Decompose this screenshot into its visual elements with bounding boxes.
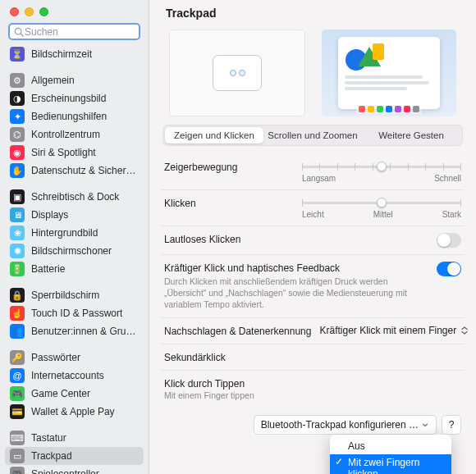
row-tracking-speed: Zeigerbewegung LangsamSchnell: [161, 154, 465, 189]
sidebar-item-icon: 👥: [10, 324, 25, 339]
sidebar-item-icon: ◉: [10, 145, 25, 160]
sidebar-item-icon: 💳: [10, 404, 25, 419]
secondary-click-popover: AusMit zwei Fingern klickenRechts unten …: [330, 435, 451, 474]
sidebar-item[interactable]: ✋Datenschutz & Sicherheit: [5, 162, 144, 180]
tab-button[interactable]: Scrollen und Zoomen: [263, 127, 362, 144]
chevron-down-icon: [421, 421, 429, 429]
click-strength-slider[interactable]: [302, 197, 461, 208]
tab-button[interactable]: Zeigen und Klicken: [165, 127, 263, 144]
sidebar-item-label: Erscheinungsbild: [31, 93, 106, 104]
minimize-button[interactable]: [25, 7, 34, 16]
sidebar-item-label: Siri & Spotlight: [31, 147, 96, 158]
fullscreen-button[interactable]: [39, 7, 48, 16]
force-click-toggle[interactable]: [437, 262, 461, 276]
row-tap-to-click: Klick durch Tippen Mit einem Finger tipp…: [161, 370, 465, 407]
tracking-speed-label: Zeigerbewegung: [164, 161, 302, 173]
sidebar-item-label: Spielecontroller: [31, 468, 99, 474]
row-silent-click: Lautloses Klicken: [161, 226, 465, 254]
sidebar-item[interactable]: 🎮Spielecontroller: [5, 465, 144, 474]
sidebar-item[interactable]: ▭Trackpad: [5, 447, 144, 465]
sidebar-item-icon: ▣: [10, 189, 25, 204]
lookup-label: Nachschlagen & Datenerkennung: [164, 325, 319, 337]
sidebar-item-icon: ⌨: [10, 431, 25, 445]
sidebar-item-icon: ☝: [10, 306, 25, 321]
sidebar-item-icon: ⌬: [10, 127, 25, 142]
preview-row: [161, 25, 465, 125]
sidebar-item[interactable]: ⚙Allgemein: [5, 71, 144, 89]
secondary-click-option[interactable]: Aus: [330, 438, 451, 454]
sidebar-item-icon: 🎮: [10, 386, 25, 401]
sidebar-item[interactable]: 🔋Batterie: [5, 260, 144, 278]
sidebar-item-label: Internetaccounts: [31, 370, 104, 381]
sidebar-item-label: Trackpad: [31, 450, 72, 462]
row-secondary-click: Sekundärklick: [161, 344, 465, 370]
search-input[interactable]: [25, 26, 148, 38]
sidebar-item[interactable]: ⌨Tastatur: [5, 429, 144, 447]
sidebar: ⏳Bildschirmzeit⚙Allgemein◑Erscheinungsbi…: [0, 0, 149, 474]
row-lookup: Nachschlagen & Datenerkennung Kräftiger …: [161, 317, 465, 344]
svg-line-1: [21, 34, 23, 36]
silent-click-toggle[interactable]: [437, 233, 461, 248]
sidebar-item[interactable]: ▣Schreibtisch & Dock: [5, 188, 144, 206]
sidebar-item[interactable]: ⌬Kontrollzentrum: [5, 125, 144, 144]
sidebar-item-label: Touch ID & Passwort: [31, 308, 122, 319]
secondary-click-label: Sekundärklick: [164, 351, 302, 363]
sidebar-item[interactable]: ◉Siri & Spotlight: [5, 144, 144, 162]
sidebar-item[interactable]: 🔑Passwörter: [5, 349, 144, 367]
close-button[interactable]: [10, 7, 19, 16]
sidebar-item-icon: 🖥: [10, 207, 25, 222]
help-button[interactable]: ?: [442, 415, 461, 435]
svg-rect-4: [373, 43, 384, 60]
search-field[interactable]: [8, 23, 140, 40]
tap-to-click-label: Klick durch Tippen: [164, 378, 302, 390]
sidebar-list: ⏳Bildschirmzeit⚙Allgemein◑Erscheinungsbi…: [0, 45, 149, 474]
sidebar-item-icon: ❀: [10, 226, 25, 240]
main-pane: Trackpad: [149, 0, 476, 474]
sidebar-item[interactable]: ⏳Bildschirmzeit: [5, 45, 144, 63]
sidebar-item-label: Bedienungshilfen: [31, 111, 107, 122]
sidebar-item-label: Allgemein: [31, 75, 75, 86]
sidebar-item[interactable]: @Internetaccounts: [5, 367, 144, 385]
sidebar-item-label: Datenschutz & Sicherheit: [31, 165, 139, 176]
secondary-click-option[interactable]: Mit zwei Fingern klicken: [330, 454, 451, 474]
sidebar-item-label: Benutzer:innen & Gruppen: [31, 326, 139, 337]
sidebar-item-label: Wallet & Apple Pay: [31, 406, 115, 417]
sidebar-item-label: Bildschirmzeit: [31, 48, 92, 60]
sidebar-item-icon: @: [10, 368, 25, 383]
sidebar-item[interactable]: ✦Bedienungshilfen: [5, 107, 144, 125]
force-click-label: Kräftiger Klick und haptisches Feedback: [164, 262, 430, 274]
sidebar-item[interactable]: ❀Hintergrundbild: [5, 224, 144, 242]
sidebar-item-label: Sperrbildschirm: [31, 289, 99, 301]
tap-to-click-sub: Mit einem Finger tippen: [164, 390, 302, 400]
sidebar-item[interactable]: 🔒Sperrbildschirm: [5, 286, 144, 304]
search-icon: [13, 26, 25, 38]
sidebar-item-label: Hintergrundbild: [31, 227, 98, 239]
sidebar-item-icon: ⚙: [10, 73, 25, 88]
footer: Bluetooth-Trackpad konfigurieren … ?: [161, 407, 465, 435]
sidebar-item[interactable]: ✺Bildschirmschoner: [5, 242, 144, 260]
sidebar-item-icon: 🔑: [10, 350, 25, 365]
sidebar-item-label: Kontrollzentrum: [31, 129, 100, 140]
sidebar-item-icon: ◑: [10, 91, 25, 106]
sidebar-item[interactable]: 🖥Displays: [5, 206, 144, 224]
sidebar-item-icon: ✦: [10, 109, 25, 124]
force-click-description: Durch Klicken mit anschließendem kräftig…: [164, 276, 419, 311]
sidebar-item-icon: 🔒: [10, 288, 25, 303]
sidebar-item-icon: 🔋: [10, 262, 25, 276]
sidebar-item-label: Displays: [31, 209, 68, 221]
sidebar-item[interactable]: 👥Benutzer:innen & Gruppen: [5, 322, 144, 340]
sidebar-item-label: Passwörter: [31, 352, 80, 363]
tab-button[interactable]: Weitere Gesten: [362, 127, 460, 144]
silent-click-label: Lautloses Klicken: [164, 233, 302, 245]
lookup-select[interactable]: Kräftiger Klick mit einem Finger: [319, 325, 469, 336]
sidebar-item-icon: ⏳: [10, 47, 25, 62]
sidebar-item-label: Schreibtisch & Dock: [31, 191, 119, 203]
sidebar-item[interactable]: 🎮Game Center: [5, 385, 144, 403]
sidebar-item-label: Game Center: [31, 388, 90, 399]
sidebar-item[interactable]: ☝Touch ID & Passwort: [5, 304, 144, 322]
sidebar-item[interactable]: ◑Erscheinungsbild: [5, 89, 144, 107]
configure-bluetooth-trackpad-button[interactable]: Bluetooth-Trackpad konfigurieren …: [254, 415, 437, 435]
click-strength-label: Klicken: [164, 197, 302, 209]
sidebar-item[interactable]: 💳Wallet & Apple Pay: [5, 403, 144, 421]
tracking-speed-slider[interactable]: [302, 161, 461, 172]
